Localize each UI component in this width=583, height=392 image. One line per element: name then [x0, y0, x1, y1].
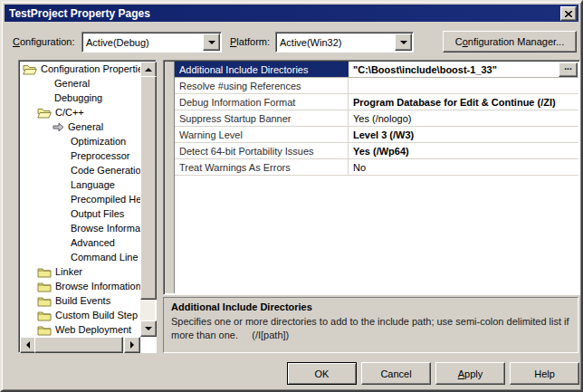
- tree-horizontal-scrollbar[interactable]: [20, 337, 140, 351]
- tree-items: Configuration Properties General Debuggi…: [20, 62, 140, 337]
- tree-item-precompiled-headers[interactable]: Precompiled Headers: [20, 192, 140, 206]
- folder-closed-icon: [37, 295, 52, 307]
- property-value[interactable]: No: [349, 159, 578, 175]
- property-value[interactable]: Level 3 (/W3): [349, 127, 578, 142]
- configuration-label: Configuration:: [13, 36, 75, 47]
- description-title: Additional Include Directories: [171, 301, 570, 312]
- tree-item-output-files[interactable]: Output Files: [20, 206, 140, 221]
- window-title: TestProject Property Pages: [5, 7, 150, 20]
- platform-label: Platform:: [230, 36, 270, 47]
- folder-closed-icon: [37, 324, 52, 336]
- property-name[interactable]: Detect 64-bit Portability Issues: [175, 143, 349, 158]
- property-row-additional-include-directories[interactable]: Additional Include Directories "C:\Boost…: [175, 62, 578, 78]
- browse-ellipsis-button[interactable]: ...: [559, 62, 578, 77]
- configuration-manager-button[interactable]: Configuration Manager...: [443, 31, 577, 53]
- property-value[interactable]: "C:\Boost\include\boost-1_33" ...: [349, 62, 578, 77]
- folder-closed-icon: [37, 310, 52, 321]
- property-grid: Additional Include Directories "C:\Boost…: [163, 60, 580, 295]
- property-rows: Additional Include Directories "C:\Boost…: [175, 62, 578, 176]
- tree-item-build-events[interactable]: Build Events: [20, 293, 140, 308]
- chevron-down-icon[interactable]: [203, 33, 220, 51]
- tree-item-language[interactable]: Language: [20, 177, 140, 192]
- title-bar[interactable]: TestProject Property Pages: [5, 5, 578, 22]
- property-grid-gutter: [165, 62, 175, 293]
- property-name[interactable]: Suppress Startup Banner: [175, 110, 349, 126]
- property-value[interactable]: [349, 78, 578, 93]
- property-row-warning-level[interactable]: Warning Level Level 3 (/W3): [175, 127, 578, 143]
- property-name[interactable]: Resolve #using References: [175, 78, 349, 93]
- platform-value: Active(Win32): [276, 37, 394, 48]
- property-description-panel: Additional Include Directories Specifies…: [163, 297, 578, 353]
- property-name[interactable]: Debug Information Format: [175, 94, 349, 110]
- property-pages-dialog: TestProject Property Pages Configuration…: [0, 0, 583, 392]
- configuration-select[interactable]: Active(Debug): [81, 32, 222, 53]
- horizontal-scroll-thumb[interactable]: [34, 337, 123, 353]
- platform-select[interactable]: Active(Win32): [275, 32, 414, 53]
- property-value[interactable]: Program Database for Edit & Continue (/Z…: [349, 94, 578, 110]
- property-row-resolve-using-references[interactable]: Resolve #using References: [175, 78, 578, 94]
- property-name[interactable]: Treat Warnings As Errors: [175, 159, 349, 175]
- help-button[interactable]: Help: [510, 362, 579, 385]
- tree-vertical-scrollbar[interactable]: [140, 62, 155, 337]
- tree-item-debugging[interactable]: Debugging: [20, 91, 140, 105]
- tree-item-browse-information-folder[interactable]: Browse Information: [20, 279, 140, 293]
- close-button[interactable]: [560, 6, 577, 21]
- tree-item-configuration-properties[interactable]: Configuration Properties: [20, 62, 140, 76]
- tree-item-command-line[interactable]: Command Line: [20, 250, 140, 264]
- current-page-arrow-icon: [53, 122, 64, 132]
- tree-item-linker[interactable]: Linker: [20, 264, 140, 279]
- folder-open-icon: [23, 63, 37, 75]
- ok-button[interactable]: OK: [287, 362, 357, 385]
- tree-item-custom-build-step[interactable]: Custom Build Step: [20, 308, 140, 322]
- property-row-detect-64bit-portability[interactable]: Detect 64-bit Portability Issues Yes (/W…: [175, 143, 578, 159]
- tree-item-cpp-general[interactable]: General: [20, 120, 140, 134]
- scroll-right-icon[interactable]: [124, 337, 140, 353]
- tree-item-preprocessor[interactable]: Preprocessor: [20, 148, 140, 163]
- property-row-treat-warnings-as-errors[interactable]: Treat Warnings As Errors No: [175, 159, 578, 176]
- scroll-down-icon[interactable]: [140, 320, 157, 337]
- property-row-suppress-startup-banner[interactable]: Suppress Startup Banner Yes (/nologo): [175, 110, 578, 127]
- chevron-down-icon[interactable]: [395, 33, 412, 51]
- tree-item-general[interactable]: General: [20, 76, 140, 91]
- category-tree: Configuration Properties General Debuggi…: [18, 60, 157, 353]
- tree-item-optimization[interactable]: Optimization: [20, 134, 140, 148]
- tree-item-web-deployment[interactable]: Web Deployment: [20, 322, 140, 337]
- tree-item-c-cpp[interactable]: C/C++: [20, 105, 140, 120]
- property-name[interactable]: Additional Include Directories: [175, 62, 349, 77]
- description-text: Specifies one or more directories to add…: [171, 315, 570, 342]
- cancel-button[interactable]: Cancel: [361, 362, 431, 385]
- property-value[interactable]: Yes (/Wp64): [349, 143, 578, 158]
- folder-closed-icon: [37, 266, 52, 278]
- close-icon: [565, 11, 572, 17]
- property-row-debug-information-format[interactable]: Debug Information Format Program Databas…: [175, 94, 578, 110]
- tree-item-advanced[interactable]: Advanced: [20, 235, 140, 250]
- vertical-scroll-thumb[interactable]: [140, 76, 157, 300]
- configuration-value: Active(Debug): [82, 37, 202, 48]
- apply-button[interactable]: Apply: [435, 362, 505, 385]
- property-name[interactable]: Warning Level: [175, 127, 349, 142]
- folder-closed-icon: [37, 281, 52, 292]
- property-value[interactable]: Yes (/nologo): [349, 110, 578, 126]
- folder-open-icon: [37, 107, 52, 119]
- tree-item-browse-information[interactable]: Browse Information: [20, 221, 140, 235]
- tree-item-code-generation[interactable]: Code Generation: [20, 163, 140, 177]
